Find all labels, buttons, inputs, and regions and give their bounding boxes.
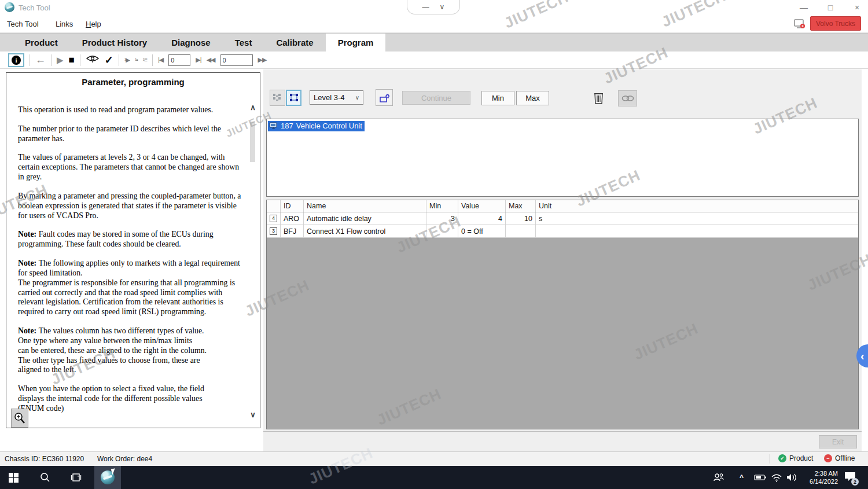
tab-calibrate[interactable]: Calibrate xyxy=(264,34,325,52)
play-icon[interactable]: ▶ xyxy=(57,55,64,65)
level-select-value: Level 3-4 xyxy=(314,93,344,102)
nav-last-icon[interactable]: ▶▶ xyxy=(258,56,267,64)
remote-overlay-notch[interactable]: — ∨ xyxy=(407,0,460,14)
tab-product-history[interactable]: Product History xyxy=(70,34,160,52)
flat-view-button[interactable] xyxy=(270,90,285,106)
info-paragraph: When you have the option to select a fix… xyxy=(18,384,241,413)
nav-first-icon[interactable]: |◀ xyxy=(158,56,163,64)
jump-count-input[interactable] xyxy=(168,54,190,66)
min-button[interactable]: Min xyxy=(481,91,514,105)
col-min[interactable]: Min xyxy=(426,200,458,212)
col-unit[interactable]: Unit xyxy=(536,200,858,212)
parameter-table: ID Name Min Value Max Unit 4 ARO Automat… xyxy=(266,200,859,429)
tabbar: Product Product History Diagnose Test Ca… xyxy=(0,33,868,52)
tab-product[interactable]: Product xyxy=(13,34,70,52)
ecu-list: 187 Vehicle Control Unit xyxy=(266,119,859,197)
maximize-button[interactable]: □ xyxy=(825,3,836,12)
overlay-chevron-icon[interactable]: ∨ xyxy=(440,3,445,11)
level-badge: 3 xyxy=(270,227,277,235)
techtool-taskbar-button[interactable] xyxy=(94,466,121,489)
scroll-down-icon[interactable]: ∨ xyxy=(248,410,258,419)
ecu-id: 187 xyxy=(281,122,293,130)
step-count-input[interactable] xyxy=(220,54,253,66)
tab-test[interactable]: Test xyxy=(223,34,264,52)
close-button[interactable]: × xyxy=(852,3,862,12)
stop-icon[interactable]: ■ xyxy=(69,54,75,66)
battery-button[interactable] xyxy=(754,466,767,489)
people-button[interactable] xyxy=(713,466,724,489)
col-id[interactable]: ID xyxy=(281,200,304,212)
screen: Tech Tool — ∨ — □ × Tech Tool Links Help… xyxy=(0,0,868,489)
col-name[interactable]: Name xyxy=(304,200,426,212)
chevron-down-icon: ∨ xyxy=(355,94,359,101)
clock[interactable]: 2:38 AM 6/14/2022 xyxy=(803,466,838,489)
cell-unit xyxy=(536,225,858,237)
continue-button[interactable]: Continue xyxy=(402,91,470,105)
col-value[interactable]: Value xyxy=(458,200,506,212)
overlay-minimize-icon[interactable]: — xyxy=(422,3,429,11)
coupled-parameter-button[interactable] xyxy=(618,90,637,106)
menu-links[interactable]: Links xyxy=(52,19,76,30)
taskbar: ^ 2:38 AM 6/14/2022 2 xyxy=(0,466,868,489)
cell-min: 3 xyxy=(426,212,458,225)
remote-session-icon[interactable] xyxy=(794,19,806,31)
tab-program[interactable]: Program xyxy=(326,34,386,52)
chevron-up-icon: ^ xyxy=(740,473,744,481)
cell-value[interactable]: 4 xyxy=(458,212,506,225)
info-paragraph: Note: Fault codes may be stored in some … xyxy=(18,230,241,249)
menu-techtool[interactable]: Tech Tool xyxy=(3,19,42,30)
max-button[interactable]: Max xyxy=(516,91,549,105)
col-level[interactable] xyxy=(267,200,281,212)
ecu-item-selected[interactable]: 187 Vehicle Control Unit xyxy=(268,121,365,131)
step-out-icon[interactable]: ¹≡ xyxy=(143,57,147,63)
flat-view-icon xyxy=(273,93,282,103)
notification-button[interactable]: 2 xyxy=(844,466,856,489)
start-button[interactable] xyxy=(0,466,27,489)
table-row[interactable]: 4 ARO Automatic idle delay 3 4 10 s xyxy=(267,212,858,225)
info-button[interactable]: i xyxy=(8,53,24,67)
magnifier-icon[interactable] xyxy=(11,409,28,428)
read-parameters-button[interactable] xyxy=(376,89,393,106)
wifi-button[interactable] xyxy=(771,466,782,489)
info-paragraph: Note: The values column has two differen… xyxy=(18,326,241,375)
volume-button[interactable] xyxy=(786,466,797,489)
notification-count-badge: 2 xyxy=(851,478,859,486)
info-icon: i xyxy=(12,56,21,65)
calculator-button[interactable] xyxy=(591,91,605,106)
work-order: Work Order: dee4 xyxy=(97,455,152,463)
clock-time: 2:38 AM xyxy=(803,470,838,478)
preview-icon[interactable] xyxy=(86,54,100,67)
search-button[interactable] xyxy=(32,466,58,489)
wifi-icon xyxy=(771,473,782,482)
step-into-icon[interactable]: ¹▶ xyxy=(124,57,130,63)
info-paragraph: This operation is used to read and progr… xyxy=(18,105,241,115)
back-arrow-icon[interactable]: ← xyxy=(35,54,46,66)
col-max[interactable]: Max xyxy=(506,200,536,212)
tree-view-button[interactable] xyxy=(286,90,301,106)
nav-next-icon[interactable]: ▶| xyxy=(196,56,201,64)
exit-button[interactable]: Exit xyxy=(819,435,857,448)
level-select[interactable]: Level 3-4 ∨ xyxy=(310,90,363,105)
scrollbar[interactable]: ∧ ∨ xyxy=(248,103,258,419)
tab-diagnose[interactable]: Diagnose xyxy=(159,34,223,52)
ecu-monitor-icon xyxy=(269,122,278,130)
minimize-button[interactable]: — xyxy=(799,3,809,12)
step-over-icon[interactable]: ¹▪ xyxy=(135,57,138,63)
cell-id: BFJ xyxy=(281,225,304,237)
cell-value[interactable]: 0 = Off xyxy=(458,225,506,237)
scroll-thumb[interactable] xyxy=(250,122,255,162)
volvo-trucks-button[interactable]: Volvo Trucks xyxy=(810,16,861,31)
nav-prev-icon[interactable]: ◀◀ xyxy=(207,56,215,64)
window-title: Tech Tool xyxy=(19,3,50,12)
scroll-up-icon[interactable]: ∧ xyxy=(248,103,258,112)
table-row[interactable]: 3 BFJ Connect X1 Flow control 0 = Off xyxy=(267,225,858,238)
task-view-icon xyxy=(71,473,82,482)
cell-max xyxy=(506,225,536,237)
calculator-icon xyxy=(594,92,604,105)
tray-expand-button[interactable]: ^ xyxy=(740,466,744,489)
check-icon[interactable]: ✓ xyxy=(105,54,113,67)
speaker-icon xyxy=(786,473,797,482)
menu-help[interactable]: Help xyxy=(82,19,105,30)
task-view-button[interactable] xyxy=(62,466,89,489)
chassis-id: Chassis ID: EC360 11920 xyxy=(5,455,84,463)
